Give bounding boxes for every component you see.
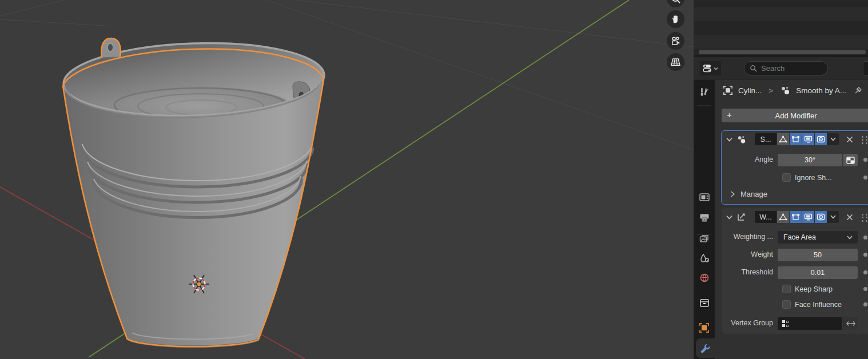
toggle-realtime[interactable] xyxy=(802,133,814,145)
weighting-mode-value: Face Area xyxy=(783,233,816,241)
bucket-object[interactable] xyxy=(62,38,325,346)
viewport-3d[interactable] xyxy=(0,0,694,359)
vertex-group-icon xyxy=(782,320,790,328)
toggle-render[interactable] xyxy=(814,211,827,223)
outliner-hscrollbar[interactable] xyxy=(699,50,866,54)
modifier-delete-button[interactable] xyxy=(845,134,855,145)
decorator-dot-threshold[interactable] xyxy=(863,270,867,274)
tab-scene[interactable] xyxy=(694,248,715,268)
threshold-value-slider[interactable]: 0.01 xyxy=(778,266,858,279)
properties-header: Search xyxy=(694,57,868,80)
world-globe-icon xyxy=(699,273,710,283)
blender-window: Search xyxy=(0,0,868,359)
decorator-dot-weight[interactable] xyxy=(863,253,867,257)
expand-chevron-icon[interactable] xyxy=(726,137,732,142)
drag-handle[interactable] xyxy=(862,136,868,144)
toggle-edit-mode[interactable] xyxy=(789,211,802,223)
modifier-name-field[interactable]: S... xyxy=(755,133,777,145)
close-icon xyxy=(846,136,853,143)
keep-sharp-checkbox[interactable] xyxy=(782,285,791,293)
modifier-header: S... xyxy=(722,133,868,146)
render-camera-icon xyxy=(699,193,710,202)
scene-icon xyxy=(699,253,710,263)
modifier-name-field[interactable]: W... xyxy=(755,211,777,223)
weighting-mode-dropdown[interactable]: Face Area xyxy=(778,231,858,244)
chevron-down-icon xyxy=(714,67,718,70)
drag-handle[interactable] xyxy=(862,214,868,222)
decorator-dot-face-influence[interactable] xyxy=(863,302,867,306)
properties-region: Search xyxy=(694,0,868,359)
manage-subpanel-label[interactable]: Manage xyxy=(740,190,767,198)
tab-tool[interactable] xyxy=(694,82,715,102)
pan-gizmo[interactable] xyxy=(667,10,684,28)
printer-icon xyxy=(699,213,710,222)
tab-object[interactable] xyxy=(694,318,715,337)
chevron-down-icon xyxy=(847,236,853,240)
swap-arrows-icon xyxy=(846,321,855,326)
modifier-header: W... xyxy=(722,210,868,224)
properties-content: Cylin... > Smooth by A... + Add Modifier xyxy=(715,80,868,359)
toggle-on-cage[interactable] xyxy=(777,211,789,223)
tab-collection[interactable] xyxy=(694,293,715,313)
weight-value: 50 xyxy=(814,251,822,259)
breadcrumb-separator: > xyxy=(769,86,773,95)
edit-mode-icon xyxy=(792,213,800,221)
modifier-extras-button[interactable] xyxy=(827,133,839,145)
toggle-realtime[interactable] xyxy=(802,211,814,223)
monitor-icon xyxy=(804,135,813,143)
toggle-render[interactable] xyxy=(814,133,827,145)
weighted-normal-icon xyxy=(737,212,747,222)
vertex-group-field[interactable] xyxy=(778,317,842,330)
on-cage-icon xyxy=(779,213,787,221)
weight-value-slider[interactable]: 50 xyxy=(778,249,858,261)
decorator-dot-angle[interactable] xyxy=(863,158,867,162)
breadcrumb-object[interactable]: Cylin... xyxy=(738,86,762,95)
tab-modifiers[interactable] xyxy=(696,338,715,358)
editor-type-button[interactable] xyxy=(700,61,721,75)
filter-button[interactable] xyxy=(863,61,868,75)
face-influence-label: Face Influence xyxy=(795,301,842,309)
render-icon xyxy=(817,135,825,143)
tab-view-layer[interactable] xyxy=(694,228,715,248)
tab-world[interactable] xyxy=(694,268,715,288)
outliner-editor[interactable] xyxy=(694,0,868,57)
angle-value-slider[interactable]: 30° xyxy=(778,154,842,166)
modifier-name-group: S... xyxy=(755,133,839,145)
ignore-sharpness-checkbox[interactable] xyxy=(782,173,791,182)
modifier-panel-weighted-normal[interactable]: W... xyxy=(722,208,868,334)
tab-render[interactable] xyxy=(694,188,715,207)
toggle-on-cage[interactable] xyxy=(777,133,789,145)
toggle-edit-mode[interactable] xyxy=(789,133,802,145)
properties-tab-rail xyxy=(694,80,715,359)
decorator-dot-keep-sharp[interactable] xyxy=(863,287,867,291)
modifier-delete-button[interactable] xyxy=(845,212,855,222)
tab-output[interactable] xyxy=(694,208,715,228)
chevron-down-icon xyxy=(830,137,836,141)
face-influence-checkbox[interactable] xyxy=(782,300,791,309)
outliner-row xyxy=(694,35,868,49)
search-input[interactable]: Search xyxy=(744,61,828,75)
grid-gizmo[interactable] xyxy=(667,53,684,71)
modifier-panel-smooth-by-angle[interactable]: S... xyxy=(722,131,868,204)
threshold-value: 0.01 xyxy=(811,269,825,277)
object-icon xyxy=(699,322,710,333)
search-placeholder: Search xyxy=(761,64,785,73)
subpanel-chevron-right-icon[interactable] xyxy=(730,191,735,197)
decorator-dot-weighting[interactable] xyxy=(863,236,867,240)
on-cage-icon xyxy=(779,135,787,143)
modifier-extras-button[interactable] xyxy=(827,211,839,223)
threshold-label: Threshold xyxy=(722,266,773,278)
vertex-group-invert-button[interactable] xyxy=(843,317,858,330)
decorator-dot-ignore[interactable] xyxy=(863,175,867,180)
expand-chevron-icon[interactable] xyxy=(726,215,732,220)
search-icon xyxy=(750,65,757,72)
object-origin-dot xyxy=(197,282,201,286)
close-icon xyxy=(846,214,853,221)
plus-icon: + xyxy=(727,110,732,119)
pin-icon[interactable] xyxy=(854,86,862,94)
breadcrumb: Cylin... > Smooth by A... xyxy=(715,82,868,99)
breadcrumb-modifier[interactable]: Smooth by A... xyxy=(796,86,846,95)
camera-view-gizmo[interactable] xyxy=(667,32,684,50)
angle-input-attribute-button[interactable] xyxy=(843,154,858,166)
add-modifier-button[interactable]: + Add Modifier xyxy=(722,109,868,122)
